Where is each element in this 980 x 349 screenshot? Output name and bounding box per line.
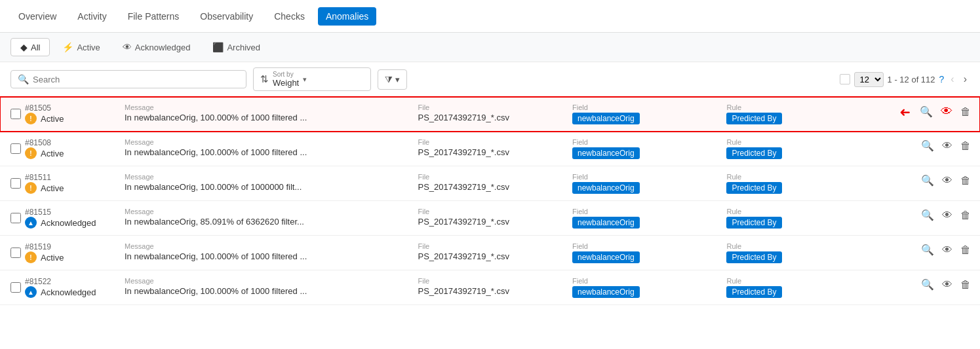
rule-badge: Predicted By — [726, 286, 781, 298]
view-icon[interactable]: 👁 — [939, 103, 954, 120]
search-detail-icon[interactable]: 🔍 — [920, 208, 935, 223]
search-box[interactable]: 🔍 — [10, 70, 246, 88]
delete-icon[interactable]: 🗑 — [959, 278, 972, 292]
table-row[interactable]: #81508 ! Active Message In newbalanceOri… — [0, 132, 980, 166]
col-field: Field newbalanceOrig — [567, 97, 722, 132]
rule-badge: Predicted By — [726, 147, 781, 159]
col-message: Message In newbalanceOrig, 100.000% of 1… — [119, 166, 412, 201]
archive-icon: ⬛ — [212, 42, 224, 52]
eye-tab-icon: 👁 — [123, 42, 132, 52]
anomaly-id: #81515 — [25, 208, 96, 217]
search-detail-icon[interactable]: 🔍 — [920, 277, 935, 292]
col-actions: 🔍 👁 🗑 — [876, 236, 980, 270]
rule-badge: Predicted By — [726, 251, 781, 263]
col-field: Field newbalanceOrig — [567, 201, 722, 236]
message-value: In newbalanceOrig, 100.000% of 1000 filt… — [125, 113, 407, 122]
field-badge: newbalanceOrig — [572, 251, 640, 263]
delete-icon[interactable]: 🗑 — [959, 105, 972, 119]
table-row[interactable]: #81519 ! Active Message In newbalanceOri… — [0, 236, 980, 270]
search-icon: 🔍 — [18, 74, 29, 84]
delete-icon[interactable]: 🗑 — [959, 243, 972, 257]
search-detail-icon[interactable]: 🔍 — [918, 104, 934, 119]
sort-icon: ⇅ — [260, 73, 269, 85]
col-id: #81515 ▲ Acknowledged — [0, 201, 119, 236]
filter-tab-active[interactable]: ⚡ Active — [52, 38, 109, 56]
file-label: File — [418, 277, 562, 285]
filter-tab-archived[interactable]: ⬛ Archived — [203, 38, 270, 56]
acknowledged-status-icon: ▲ — [25, 217, 37, 229]
field-badge: newbalanceOrig — [572, 182, 640, 194]
field-badge: newbalanceOrig — [572, 286, 640, 298]
filter-button[interactable]: ⧩ ▾ — [378, 69, 407, 90]
col-file: File PS_20174392719_*.csv — [412, 270, 567, 305]
search-input[interactable] — [33, 75, 239, 84]
rule-label: Rule — [726, 173, 871, 181]
filter-tab-all[interactable]: ◆ All — [10, 38, 50, 56]
anomaly-status: Acknowledged — [41, 218, 96, 228]
anomaly-id: #81522 — [25, 277, 96, 286]
col-file: File PS_20174392719_*.csv — [412, 97, 567, 132]
search-detail-icon[interactable]: 🔍 — [920, 242, 935, 257]
search-detail-icon[interactable]: 🔍 — [920, 138, 935, 153]
view-icon[interactable]: 👁 — [941, 243, 954, 257]
col-file: File PS_20174392719_*.csv — [412, 201, 567, 236]
red-arrow-indicator: ➜ — [899, 104, 911, 120]
row-checkbox[interactable] — [10, 248, 21, 258]
nav-observability[interactable]: Observability — [192, 7, 261, 26]
delete-icon[interactable]: 🗑 — [959, 139, 972, 153]
message-value: In newbalanceOrig, 100.000% of 1000 filt… — [125, 147, 407, 157]
col-rule: Rule Predicted By — [721, 236, 876, 270]
view-icon[interactable]: 👁 — [941, 278, 954, 292]
field-label: Field — [572, 208, 716, 215]
page-size-select[interactable]: 12 25 50 — [854, 72, 884, 87]
select-all-checkbox[interactable] — [840, 74, 850, 84]
table-row[interactable]: #81511 ! Active Message In newbalanceOri… — [0, 166, 980, 201]
sort-value: Weight — [273, 78, 299, 88]
delete-icon[interactable]: 🗑 — [959, 208, 972, 223]
table-row[interactable]: #81515 ▲ Acknowledged Message In newbala… — [0, 201, 980, 236]
anomaly-id: #81511 — [25, 173, 64, 182]
active-status-icon: ! — [25, 113, 37, 124]
file-label: File — [418, 103, 562, 111]
pagination-area: 12 25 50 1 - 12 of 112 ? ‹ › — [840, 72, 970, 87]
col-file: File PS_20174392719_*.csv — [412, 166, 567, 201]
rule-badge: Predicted By — [726, 217, 781, 229]
view-icon[interactable]: 👁 — [941, 208, 954, 223]
active-status-icon: ! — [25, 147, 37, 159]
row-checkbox[interactable] — [10, 213, 21, 223]
search-detail-icon[interactable]: 🔍 — [920, 173, 935, 188]
nav-anomalies[interactable]: Anomalies — [318, 7, 376, 26]
row-checkbox[interactable] — [10, 178, 21, 189]
sort-by-label: Sort by — [273, 71, 299, 78]
nav-file-patterns[interactable]: File Patterns — [120, 7, 187, 26]
anomaly-status: Acknowledged — [41, 287, 96, 297]
col-rule: Rule Predicted By — [721, 201, 876, 236]
col-field: Field newbalanceOrig — [567, 166, 722, 201]
file-label: File — [418, 138, 562, 146]
table-row[interactable]: #81505 ! Active Message In newbalanceOri… — [0, 97, 980, 132]
prev-page-button[interactable]: ‹ — [948, 72, 956, 86]
nav-activity[interactable]: Activity — [69, 7, 114, 26]
file-label: File — [418, 173, 562, 181]
message-label: Message — [125, 208, 407, 215]
message-label: Message — [125, 138, 407, 146]
col-field: Field newbalanceOrig — [567, 132, 722, 166]
nav-checks[interactable]: Checks — [266, 7, 313, 26]
anomaly-status: Active — [41, 149, 64, 158]
delete-icon[interactable]: 🗑 — [959, 174, 972, 188]
active-status-icon: ! — [25, 251, 37, 263]
row-checkbox[interactable] — [10, 109, 21, 119]
view-icon[interactable]: 👁 — [941, 174, 954, 188]
row-checkbox[interactable] — [10, 143, 21, 154]
row-checkbox[interactable] — [10, 282, 21, 293]
next-page-button[interactable]: › — [961, 72, 970, 86]
filter-tab-acknowledged[interactable]: 👁 Acknowledged — [113, 38, 201, 56]
table-row[interactable]: #81522 ▲ Acknowledged Message In newbala… — [0, 270, 980, 305]
view-icon[interactable]: 👁 — [941, 139, 954, 153]
nav-overview[interactable]: Overview — [10, 7, 64, 26]
sort-by-dropdown[interactable]: ⇅ Sort by Weight ▾ — [253, 67, 371, 91]
active-status-icon: ! — [25, 182, 37, 194]
col-message: Message In newbalanceOrig, 100.000% of 1… — [119, 132, 412, 166]
filter-tabs-bar: ◆ All ⚡ Active 👁 Acknowledged ⬛ Archived — [0, 33, 980, 62]
col-id: #81519 ! Active — [0, 236, 119, 270]
